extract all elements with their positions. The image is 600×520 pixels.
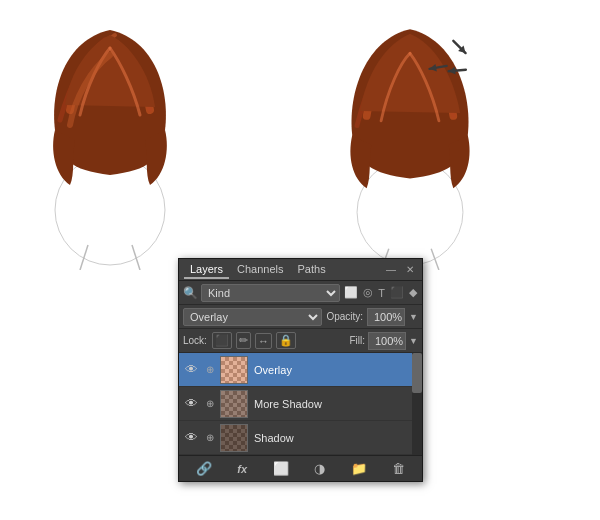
fill-label: Fill: <box>350 335 366 346</box>
scroll-track <box>412 353 422 455</box>
fx-icon[interactable]: fx <box>233 461 251 477</box>
blend-row: Overlay Opacity: ▼ <box>179 305 422 329</box>
folder-icon[interactable]: 📁 <box>347 459 371 478</box>
link-icon-more-shadow: ⊕ <box>203 397 217 411</box>
fill-dropdown-icon[interactable]: ▼ <box>409 336 418 346</box>
visibility-icon-overlay[interactable]: 👁 <box>183 362 199 378</box>
shape-filter-icon[interactable]: ⬛ <box>389 285 405 300</box>
lock-artboard-icon[interactable]: ↔ <box>255 333 272 349</box>
opacity-input[interactable] <box>367 308 405 326</box>
link-icon-shadow: ⊕ <box>203 431 217 445</box>
type-filter-icon[interactable]: T <box>377 286 386 300</box>
panel-bottom-bar: 🔗 fx ⬜ ◑ 📁 🗑 <box>179 455 422 481</box>
collapse-button[interactable]: — <box>383 263 399 276</box>
layer-name-overlay: Overlay <box>254 364 418 376</box>
layer-item-overlay[interactable]: 👁 ⊕ Overlay <box>179 353 422 387</box>
fill-input[interactable] <box>368 332 406 350</box>
kind-select[interactable]: Kind <box>201 284 340 302</box>
panel-titlebar: Layers Channels Paths — ✕ <box>179 259 422 281</box>
layers-list: 👁 ⊕ Overlay 👁 ⊕ More Shadow 👁 ⊕ <box>179 353 422 455</box>
smart-filter-icon[interactable]: ◆ <box>408 285 418 300</box>
lock-icons: ⬛ ✏ ↔ 🔒 <box>212 332 347 349</box>
panel-tabs: Layers Channels Paths <box>184 261 332 279</box>
thumbnail-overlay <box>220 356 248 384</box>
pixel-filter-icon[interactable]: ⬜ <box>343 285 359 300</box>
adjustment-icon[interactable]: ◑ <box>310 459 329 478</box>
close-button[interactable]: ✕ <box>403 263 417 276</box>
visibility-icon-more-shadow[interactable]: 👁 <box>183 396 199 412</box>
link-icon-overlay: ⊕ <box>203 363 217 377</box>
lock-row: Lock: ⬛ ✏ ↔ 🔒 Fill: ▼ <box>179 329 422 353</box>
filter-row: 🔍 Kind ⬜ ◎ T ⬛ ◆ <box>179 281 422 305</box>
visibility-icon-shadow[interactable]: 👁 <box>183 430 199 446</box>
lock-label: Lock: <box>183 335 207 346</box>
layer-item-more-shadow[interactable]: 👁 ⊕ More Shadow <box>179 387 422 421</box>
thumbnail-shadow <box>220 424 248 452</box>
mask-icon[interactable]: ⬜ <box>269 459 293 478</box>
adjust-filter-icon[interactable]: ◎ <box>362 285 374 300</box>
panel-controls: — ✕ <box>383 263 417 276</box>
hair-figure-left <box>20 10 200 270</box>
canvas-area: Layers Channels Paths — ✕ 🔍 Kind ⬜ ◎ T ⬛… <box>0 0 600 520</box>
tab-layers[interactable]: Layers <box>184 261 229 279</box>
lock-all-icon[interactable]: 🔒 <box>276 332 296 349</box>
thumbnail-more-shadow <box>220 390 248 418</box>
tab-channels[interactable]: Channels <box>231 261 289 279</box>
layer-name-shadow: Shadow <box>254 432 418 444</box>
blend-mode-select[interactable]: Overlay <box>183 308 322 326</box>
opacity-label: Opacity: <box>326 311 363 322</box>
tab-paths[interactable]: Paths <box>292 261 332 279</box>
layer-item-shadow[interactable]: 👁 ⊕ Shadow <box>179 421 422 455</box>
filter-icons: ⬜ ◎ T ⬛ ◆ <box>343 285 418 300</box>
trash-icon[interactable]: 🗑 <box>388 459 409 478</box>
lock-pixels-icon[interactable]: ⬛ <box>212 332 232 349</box>
search-icon: 🔍 <box>183 286 198 300</box>
lock-position-icon[interactable]: ✏ <box>236 332 251 349</box>
hair-figure-right <box>310 10 510 270</box>
layer-name-more-shadow: More Shadow <box>254 398 418 410</box>
layers-panel: Layers Channels Paths — ✕ 🔍 Kind ⬜ ◎ T ⬛… <box>178 258 423 482</box>
link-layers-icon[interactable]: 🔗 <box>192 459 216 478</box>
scroll-thumb[interactable] <box>412 353 422 393</box>
opacity-dropdown-icon[interactable]: ▼ <box>409 312 418 322</box>
